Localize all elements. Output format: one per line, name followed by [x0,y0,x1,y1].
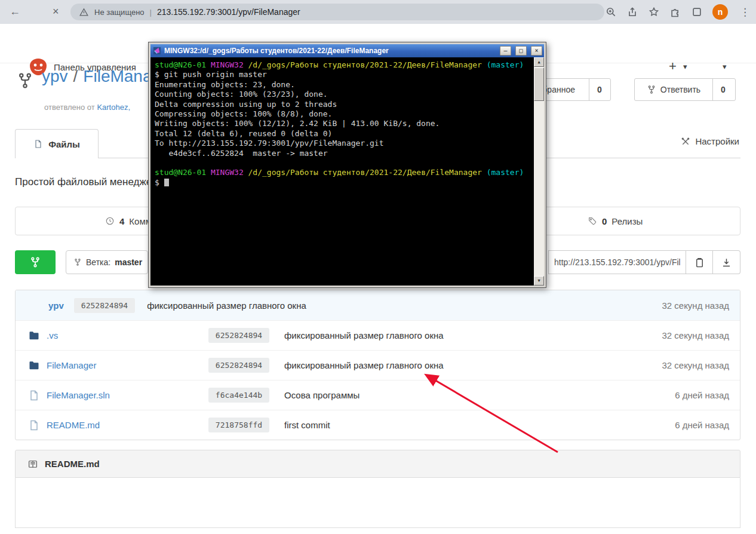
folder-icon [27,360,41,372]
compare-branches-button[interactable] [15,250,56,274]
commit-message[interactable]: first commit [284,420,330,430]
commit-hash-badge[interactable]: 7218758ffd [208,418,269,432]
terminal-output-line: Enumerating objects: 23, done. [155,80,530,90]
terminal-title: MINGW32:/d/_gogs/Работы студентов/2021-2… [164,47,496,55]
forked-from-note: ответвлено от Kartohez, [44,103,130,112]
file-icon [27,389,41,401]
terminal-prompt-line: stud@N26-01 MINGW32 /d/_gogs/Работы студ… [155,60,530,70]
maximize-button[interactable]: □ [515,46,527,56]
branch-selector[interactable]: Ветка: master [66,250,148,274]
releases-label: Релизы [611,216,643,226]
branch-icon [73,258,82,266]
stat-releases[interactable]: 0 Релизы [588,207,643,235]
history-icon [105,216,115,226]
terminal-output-line: Counting objects: 100% (23/23), done. [155,90,530,99]
commit-time: 6 дней назад [675,390,729,400]
tab-files[interactable]: Файлы [15,129,99,158]
profile-avatar[interactable]: n [712,4,728,20]
commit-hash-badge[interactable]: 6252824894 [208,358,269,373]
tools-icon [681,137,690,146]
terminal-output-area[interactable]: stud@N26-01 MINGW32 /d/_gogs/Работы студ… [150,57,544,286]
scroll-down-button[interactable]: ▼ [534,276,544,286]
back-button[interactable]: ← [10,5,20,18]
terminal-command-line: $ git push origin master [155,70,530,79]
side-panel-icon[interactable] [691,6,703,18]
commit-time: 32 секунд назад [662,360,729,370]
fork-count[interactable]: 0 [712,79,733,100]
bookmark-star-icon[interactable] [648,6,660,18]
share-icon[interactable] [626,6,638,18]
entry-name-link[interactable]: README.md [47,420,205,430]
entry-name-link[interactable]: .vs [47,330,205,340]
commit-message[interactable]: фиксированный размер главного окна [284,330,444,340]
zoom-icon[interactable] [605,6,617,18]
repo-title-separator: / [73,67,78,86]
terminal-output-line: Compressing objects: 100% (8/8), done. [155,109,530,119]
scroll-up-button[interactable]: ▲ [534,57,544,67]
new-repo-button[interactable]: + [669,59,677,74]
commit-hash-badge[interactable]: 6252824894 [208,328,269,343]
minimize-button[interactable]: – [500,46,511,56]
repo-forked-icon [16,72,34,90]
table-row: FileManager 6252824894 фиксированный раз… [16,350,740,380]
readme-header: README.md [15,450,740,478]
branch-name: master [115,257,142,267]
commit-message[interactable]: фиксированный размер главного окна [147,300,306,311]
file-icon [33,139,43,149]
commit-hash-badge[interactable]: f6ca4e144b [208,388,269,403]
commits-count: 4 [119,216,124,226]
terminal-output-line: Writing objects: 100% (12/12), 2.42 KiB … [155,119,530,128]
mingw-app-icon [153,47,161,55]
commit-time: 32 секунд назад [662,300,729,311]
folder-icon [27,330,41,342]
download-archive-button[interactable] [713,250,740,274]
terminal-blank-line [155,158,530,168]
repo-owner-link[interactable]: ypv [42,67,68,86]
readme-content [15,478,740,528]
terminal-input-line[interactable]: $ [155,178,530,188]
readme-panel: README.md [15,450,740,528]
security-label[interactable]: Не защищено [94,8,145,17]
new-menu-caret-icon[interactable]: ▾ [683,62,687,71]
extensions-puzzle-icon[interactable] [669,6,681,18]
commit-message[interactable]: фиксированный размер главного окна [284,360,444,370]
copy-url-button[interactable] [686,250,713,274]
forked-from-link[interactable]: Kartohez, [97,103,130,112]
commit-author-link[interactable]: ypv [48,300,64,311]
address-bar[interactable]: Не защищено | 213.155.192.79:3001/ypv/Fi… [70,4,604,20]
commit-hash-badge[interactable]: 6252824894 [74,298,135,313]
tab-settings[interactable]: Настройки [681,136,739,146]
entry-name-link[interactable]: FileManager [47,360,205,370]
table-row: README.md 7218758ffd first commit 6 дней… [16,410,740,440]
scrollbar-thumb[interactable] [534,67,544,101]
fork-button[interactable]: Ответвить [635,79,712,100]
stop-loading-button[interactable]: × [53,5,59,18]
star-count[interactable]: 0 [589,79,610,100]
fork-button-group: Ответвить 0 [634,78,736,101]
clone-url-input[interactable] [548,250,686,274]
terminal-titlebar[interactable]: MINGW32:/d/_gogs/Работы студентов/2021-2… [150,44,544,57]
terminal-scrollbar[interactable]: ▲ ▼ [534,57,544,286]
fork-icon [647,85,656,94]
repo-description: Простой файловый менеджер [15,176,158,188]
tab-files-label: Файлы [48,139,80,149]
close-button[interactable]: × [531,46,542,56]
download-icon [721,257,732,268]
browser-menu-icon[interactable]: ⋮ [737,6,752,19]
page-url[interactable]: 213.155.192.79:3001/ypv/FileManager [157,7,300,17]
user-menu-caret-icon[interactable]: ▾ [723,62,727,71]
branch-label: Ветка: [86,257,110,267]
commit-message[interactable]: Осова программы [284,390,359,400]
entry-name-link[interactable]: FileManager.sln [47,390,205,400]
terminal-output-line: Total 12 (delta 6), reused 0 (delta 0) [155,129,530,139]
terminal-cursor [164,179,169,186]
table-row: .vs 6252824894 фиксированный размер глав… [16,320,740,350]
commit-time: 32 секунд назад [662,330,729,340]
browser-toolbar: ← × Не защищено | 213.155.192.79:3001/yp… [0,0,756,24]
readme-title: README.md [45,459,100,469]
terminal-window[interactable]: MINGW32:/d/_gogs/Работы студентов/2021-2… [148,42,546,288]
releases-count: 0 [602,216,607,226]
fork-button-label: Ответвить [660,85,700,94]
commit-time: 6 дней назад [675,420,729,430]
clone-url-group [548,250,740,274]
